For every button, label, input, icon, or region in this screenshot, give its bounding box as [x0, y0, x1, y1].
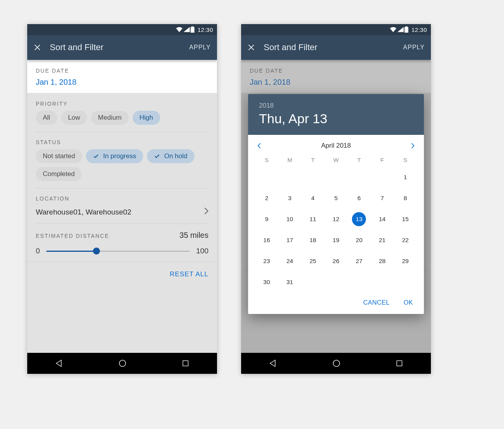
- nav-home-icon[interactable]: [332, 359, 341, 368]
- svg-rect-3: [397, 361, 402, 366]
- status-chip-not-started[interactable]: Not started: [36, 149, 82, 163]
- calendar-day[interactable]: 31: [283, 275, 297, 289]
- phone-frame-left: 12:30 Sort and Filter APPLY DUE DATE Jan…: [27, 24, 217, 374]
- nav-home-icon[interactable]: [118, 359, 127, 368]
- nav-back-icon[interactable]: [55, 359, 63, 368]
- priority-chip-low[interactable]: Low: [61, 111, 87, 125]
- calendar-day[interactable]: 15: [398, 212, 412, 226]
- filter-content: DUE DATE Jan 1, 2018 PRIORITY All Low Me…: [27, 60, 217, 353]
- calendar-day[interactable]: 12: [329, 212, 343, 226]
- distance-label: ESTIMATED DISTANCE: [36, 233, 109, 239]
- phone-frame-right: 12:30 Sort and Filter APPLY DUE DATE Jan…: [241, 24, 431, 374]
- calendar-day[interactable]: 11: [306, 212, 320, 226]
- slider-min: 0: [36, 247, 40, 255]
- calendar-day[interactable]: 18: [306, 233, 320, 247]
- reset-all-button[interactable]: RESET ALL: [27, 262, 217, 287]
- date-picker-headline: Thu, Apr 13: [259, 111, 413, 126]
- calendar-day[interactable]: 17: [283, 233, 297, 247]
- calendar-day[interactable]: 29: [398, 254, 412, 268]
- calendar-day[interactable]: 16: [260, 233, 274, 247]
- ok-button[interactable]: OK: [404, 299, 413, 306]
- cancel-button[interactable]: CANCEL: [363, 299, 390, 306]
- status-clock: 12:30: [411, 26, 427, 33]
- calendar-day[interactable]: 4: [306, 191, 320, 205]
- close-icon[interactable]: [247, 44, 255, 51]
- prev-month-icon[interactable]: [257, 143, 262, 148]
- android-status-bar: 12:30: [27, 24, 217, 35]
- nav-recent-icon[interactable]: [396, 359, 403, 367]
- calendar-day[interactable]: 3: [283, 191, 297, 205]
- battery-icon: [404, 26, 408, 33]
- distance-value: 35 miles: [180, 231, 208, 240]
- priority-chip-high[interactable]: High: [133, 111, 160, 125]
- nav-back-icon[interactable]: [269, 359, 277, 368]
- wifi-icon: [176, 27, 183, 32]
- divider: [36, 223, 208, 224]
- location-row[interactable]: Warehouse01, Warehouse02: [36, 206, 208, 216]
- nav-recent-icon[interactable]: [182, 359, 189, 367]
- calendar-day-of-week: S: [394, 157, 417, 163]
- status-label: STATUS: [36, 139, 208, 145]
- calendar-day[interactable]: 25: [306, 254, 320, 268]
- calendar-day[interactable]: 22: [398, 233, 412, 247]
- calendar-day[interactable]: 19: [329, 233, 343, 247]
- status-chip-label: On hold: [164, 152, 187, 160]
- calendar-day[interactable]: 5: [329, 191, 343, 205]
- apply-button[interactable]: APPLY: [403, 44, 425, 51]
- calendar-day[interactable]: 6: [352, 191, 366, 205]
- location-label: LOCATION: [36, 195, 208, 202]
- calendar-day[interactable]: 7: [375, 191, 389, 205]
- calendar-day[interactable]: 20: [352, 233, 366, 247]
- status-clock: 12:30: [198, 26, 213, 33]
- date-picker-year[interactable]: 2018: [259, 102, 413, 110]
- due-date-section[interactable]: DUE DATE Jan 1, 2018: [27, 60, 217, 93]
- chevron-right-icon: [204, 208, 208, 214]
- svg-point-0: [119, 360, 126, 367]
- status-chip-on-hold[interactable]: On hold: [147, 149, 194, 163]
- calendar-day[interactable]: 13: [352, 212, 366, 226]
- calendar-day[interactable]: 27: [352, 254, 366, 268]
- status-chip-in-progress[interactable]: In progress: [86, 149, 143, 163]
- close-icon[interactable]: [33, 44, 41, 51]
- due-date-label: DUE DATE: [36, 68, 208, 74]
- date-picker-month-label: April 2018: [321, 142, 351, 150]
- calendar-day[interactable]: 23: [260, 254, 274, 268]
- calendar-day[interactable]: 10: [283, 212, 297, 226]
- calendar-day[interactable]: 14: [375, 212, 389, 226]
- priority-chip-medium[interactable]: Medium: [91, 111, 128, 125]
- slider-track[interactable]: [46, 251, 190, 252]
- calendar-day[interactable]: 8: [398, 191, 412, 205]
- wifi-icon: [390, 27, 397, 32]
- android-nav-bar: [27, 353, 217, 374]
- apply-button[interactable]: APPLY: [189, 44, 211, 51]
- calendar-day[interactable]: 21: [375, 233, 389, 247]
- calendar-day[interactable]: 2: [260, 191, 274, 205]
- calendar-day[interactable]: 9: [260, 212, 274, 226]
- date-picker-month-nav: April 2018: [248, 135, 424, 153]
- calendar-day-of-week: F: [371, 157, 394, 163]
- filter-content-dimmed: DUE DATE Jan 1, 2018 PRIORITY LOCATION W…: [241, 60, 431, 353]
- calendar-day-of-week: M: [278, 157, 301, 163]
- calendar-day[interactable]: 30: [260, 275, 274, 289]
- priority-label: PRIORITY: [36, 101, 208, 107]
- status-chip-label: In progress: [103, 152, 136, 160]
- next-month-icon[interactable]: [410, 143, 415, 148]
- calendar-day[interactable]: 24: [283, 254, 297, 268]
- calendar-day[interactable]: 28: [375, 254, 389, 268]
- calendar-day[interactable]: 1: [398, 170, 412, 184]
- android-status-bar: 12:30: [241, 24, 431, 35]
- slider-max: 100: [196, 247, 208, 255]
- calendar-day-of-week: W: [324, 157, 347, 163]
- divider: [36, 132, 208, 132]
- calendar-day-of-week: T: [301, 157, 324, 163]
- status-chip-completed[interactable]: Completed: [36, 167, 82, 181]
- calendar-day[interactable]: 26: [329, 254, 343, 268]
- app-bar: Sort and Filter APPLY: [27, 35, 217, 60]
- cell-signal-icon: [397, 27, 404, 32]
- check-icon: [154, 153, 160, 159]
- distance-slider[interactable]: 0 100: [36, 247, 208, 255]
- appbar-title: Sort and Filter: [50, 42, 181, 52]
- slider-thumb[interactable]: [93, 248, 100, 255]
- svg-rect-1: [183, 361, 188, 366]
- priority-chip-all[interactable]: All: [36, 111, 57, 125]
